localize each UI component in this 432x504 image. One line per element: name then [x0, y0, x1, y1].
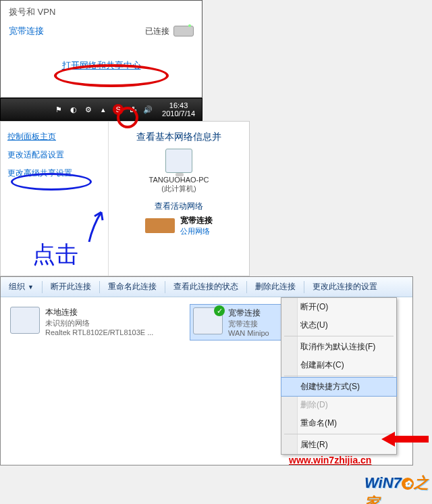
- network-center-panel: 控制面板主页 更改适配器设置 更改高级共享设置 查看基本网络信息并 TANGUO…: [0, 121, 250, 276]
- computer-name: TANGUOHAO-PC: [113, 176, 245, 184]
- ctx-status[interactable]: 状态(U): [281, 316, 396, 334]
- connection-title: 宽带连接: [228, 307, 269, 319]
- tray-connection-row[interactable]: 宽带连接 已连接: [1, 21, 202, 41]
- toolbar-organize[interactable]: 组织▼: [1, 277, 42, 297]
- network-center-heading: 查看基本网络信息并: [113, 131, 245, 143]
- ctx-delete[interactable]: 删除(D): [281, 396, 396, 414]
- network-adapter-icon: [10, 307, 40, 334]
- tray-connection-status: 已连接: [145, 26, 194, 37]
- ctx-cancel-default[interactable]: 取消作为默认连接(F): [281, 338, 396, 356]
- tray-flag-icon[interactable]: ⚑: [53, 104, 64, 115]
- watermark-brand: WiN7✿之家: [364, 473, 432, 504]
- connection-sub1: 宽带连接: [228, 319, 269, 329]
- active-network-heading: 查看活动网络: [113, 201, 245, 212]
- control-panel-home-link[interactable]: 控制面板主页: [7, 131, 101, 143]
- computer-sub: (此计算机): [113, 184, 245, 194]
- taskbar-clock[interactable]: 16:43 2010/7/14: [155, 101, 202, 118]
- toolbar-disconnect[interactable]: 断开此连接: [43, 277, 99, 297]
- network-center-sidebar: 控制面板主页 更改适配器设置 更改高级共享设置: [1, 122, 109, 276]
- connection-title: 本地连接: [45, 307, 153, 318]
- annotation-hand-oval: [11, 173, 92, 191]
- computer-icon: [165, 149, 192, 173]
- ctx-rename[interactable]: 重命名(M): [281, 414, 396, 432]
- connection-sub1: 未识别的网络: [45, 318, 153, 328]
- tray-shield-icon[interactable]: ◐: [68, 104, 79, 115]
- ctx-create-shortcut[interactable]: 创建快捷方式(S): [281, 377, 397, 397]
- connection-sub2: Realtek RTL8102E/RTL8103E ...: [45, 328, 153, 336]
- bench-icon: [145, 218, 175, 233]
- public-network-link[interactable]: 公用网络: [180, 227, 210, 235]
- toolbar-delete[interactable]: 删除此连接: [247, 277, 304, 297]
- tray-section-title: 拨号和 VPN: [1, 1, 202, 21]
- change-adapter-link[interactable]: 更改适配器设置: [7, 149, 101, 161]
- connection-sub2: WAN Minipo: [228, 329, 269, 337]
- check-icon: ✓: [214, 305, 225, 316]
- watermark-url: www.win7zhijia.cn: [289, 455, 371, 465]
- connection-item-local[interactable]: 本地连接 未识别的网络 Realtek RTL8102E/RTL8103E ..…: [7, 304, 176, 341]
- ctx-copy[interactable]: 创建副本(C): [281, 356, 396, 374]
- ctx-properties[interactable]: 属性(R): [281, 436, 396, 454]
- network-adapter-icon: ✓: [193, 307, 223, 334]
- broadband-name: 宽带连接: [180, 215, 213, 226]
- ctx-disconnect[interactable]: 断开(O): [281, 298, 396, 316]
- taskbar: ⚑ ◐ ⚙ ▴ S 🖧 🔊 16:43 2010/7/14: [0, 98, 202, 121]
- chevron-down-icon: ▼: [28, 284, 34, 291]
- modem-icon: [173, 26, 194, 36]
- connections-toolbar: 组织▼ 断开此连接 重命名此连接 查看此连接的状态 删除此连接 更改此连接的设置: [1, 277, 412, 297]
- toolbar-rename[interactable]: 重命名此连接: [100, 277, 165, 297]
- tray-volume-icon[interactable]: 🔊: [142, 104, 153, 115]
- tray-connection-name: 宽带连接: [9, 25, 44, 37]
- annotation-oval-network-icon: [117, 107, 138, 128]
- annotation-oval-link: [54, 64, 169, 87]
- toolbar-settings[interactable]: 更改此连接的设置: [304, 277, 385, 297]
- status-label: 已连接: [145, 26, 169, 37]
- tray-chevron-icon[interactable]: ▴: [98, 104, 109, 115]
- taskbar-time: 16:43: [162, 101, 195, 109]
- taskbar-date: 2010/7/14: [162, 109, 195, 118]
- network-center-main: 查看基本网络信息并 TANGUOHAO-PC (此计算机) 查看活动网络 宽带连…: [109, 122, 249, 276]
- network-connections-window: 组织▼ 断开此连接 重命名此连接 查看此连接的状态 删除此连接 更改此连接的设置…: [0, 276, 413, 465]
- toolbar-status[interactable]: 查看此连接的状态: [165, 277, 246, 297]
- context-menu: 断开(O) 状态(U) 取消作为默认连接(F) 创建副本(C) 创建快捷方式(S…: [281, 297, 397, 455]
- tray-gear-icon[interactable]: ⚙: [83, 104, 94, 115]
